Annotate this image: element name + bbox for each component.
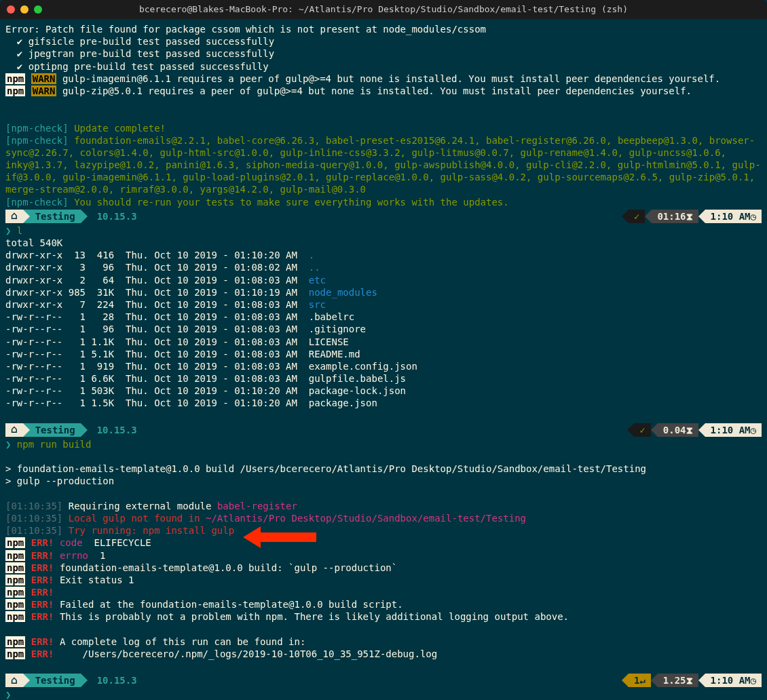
ls-row: -rw-r--r-- 1 503K Thu. Oct 10 2019 - 01:… — [5, 385, 762, 397]
err-log-2: npm ERR! /Users/bcerecero/.npm/_logs/201… — [5, 648, 762, 660]
clock-segment: 1:10 AM — [705, 210, 762, 223]
dir-segment: Testing — [30, 423, 81, 437]
ls-row: -rw-r--r-- 1 1.5K Thu. Oct 10 2019 - 01:… — [5, 397, 762, 409]
version-segment: 10.15.3 — [88, 210, 143, 223]
npm-err-line: npm ERR! Failed at the foundation-emails… — [5, 598, 762, 610]
powerline-prompt: Testing 10.15.3 0.04 1:10 AM — [5, 423, 762, 437]
titlebar: bcerecero@Blakes-MacBook-Pro: ~/Atlantis… — [0, 0, 767, 19]
window-title: bcerecero@Blakes-MacBook-Pro: ~/Atlantis… — [7, 4, 760, 16]
npm-check-pkgs: [npm-check] foundation-emails@2.2.1, bab… — [5, 134, 762, 196]
home-icon — [11, 423, 18, 437]
dir-segment: Testing — [30, 210, 81, 223]
ls-row: -rw-r--r-- 1 6.6K Thu. Oct 10 2019 - 01:… — [5, 372, 762, 385]
error-line: Error: Patch file found for package csso… — [5, 23, 762, 35]
npm-err-line: npm ERR! code ELIFECYCLE — [5, 537, 762, 549]
npm-err-line: npm ERR! foundation-emails-template@1.0.… — [5, 562, 762, 574]
clock-segment: 1:10 AM — [705, 423, 762, 437]
npm-warn-line: npm WARN gulp-imagemin@6.1.1 requires a … — [5, 73, 762, 85]
powerline-prompt: Testing 10.15.3 01:16 1:10 AM — [5, 210, 762, 223]
build-script-2: > gulp --production — [5, 475, 762, 487]
ls-row: -rw-r--r-- 1 96 Thu. Oct 10 2019 - 01:08… — [5, 323, 762, 335]
ls-row: -rw-r--r-- 1 5.1K Thu. Oct 10 2019 - 01:… — [5, 348, 762, 360]
traffic-lights — [7, 5, 42, 14]
clock-segment: 1:10 AM — [705, 674, 762, 687]
gulp-msg-3: [01:10:35] Try running: npm install gulp — [5, 524, 762, 537]
home-segment — [5, 210, 23, 223]
prompt-line[interactable]: ❯ npm run build — [5, 438, 762, 450]
ls-total: total 540K — [5, 237, 762, 249]
close-icon[interactable] — [7, 5, 15, 14]
hourglass-icon — [686, 674, 693, 686]
npm-warn-line: npm WARN gulp-zip@5.0.1 requires a peer … — [5, 85, 762, 97]
duration-segment: 1.25 — [658, 674, 698, 687]
hourglass-icon — [686, 424, 693, 436]
check-icon — [639, 424, 645, 436]
terminal-content[interactable]: Error: Patch file found for package csso… — [0, 19, 767, 700]
minimize-icon[interactable] — [20, 5, 29, 14]
npm-err-line: npm ERR! Exit status 1 — [5, 574, 762, 586]
home-icon — [11, 674, 18, 688]
gulp-msg-2: [01:10:35] Local gulp not found in ~/Atl… — [5, 512, 762, 524]
npm-err-line: npm ERR! This is probably not a problem … — [5, 610, 762, 623]
ls-row: drwxr-xr-x 13 416 Thu. Oct 10 2019 - 01:… — [5, 249, 762, 261]
dir-segment: Testing — [30, 674, 81, 687]
home-segment — [5, 674, 23, 687]
check-icon — [634, 210, 639, 222]
gulp-msg-1: [01:10:35] Requiring external module bab… — [5, 500, 762, 512]
err-log-1: npm ERR! A complete log of this run can … — [5, 636, 762, 648]
ls-row: -rw-r--r-- 1 919 Thu. Oct 10 2019 - 01:0… — [5, 360, 762, 372]
clock-icon — [751, 210, 756, 222]
duration-segment: 01:16 — [652, 210, 698, 223]
duration-segment: 0.04 — [658, 423, 698, 437]
hourglass-icon — [686, 210, 693, 222]
ls-row: -rw-r--r-- 1 1.1K Thu. Oct 10 2019 - 01:… — [5, 336, 762, 348]
ls-row: drwxr-xr-x 985 31K Thu. Oct 10 2019 - 01… — [5, 286, 762, 298]
ls-row: -rw-r--r-- 1 28 Thu. Oct 10 2019 - 01:08… — [5, 311, 762, 323]
build-script-1: > foundation-emails-template@1.0.0 build… — [5, 463, 762, 475]
ls-row: drwxr-xr-x 2 64 Thu. Oct 10 2019 - 01:08… — [5, 274, 762, 286]
home-icon — [11, 209, 18, 223]
version-segment: 10.15.3 — [88, 674, 143, 687]
prebuild-line: ✔ jpegtran pre-build test passed success… — [5, 47, 762, 60]
prompt-line[interactable]: ❯ — [5, 688, 762, 700]
prebuild-line: ✔ gifsicle pre-build test passed success… — [5, 35, 762, 47]
prebuild-line: ✔ optipng pre-build test passed successf… — [5, 60, 762, 73]
exit-code: 1 — [629, 674, 651, 687]
maximize-icon[interactable] — [34, 5, 42, 14]
home-segment — [5, 423, 23, 437]
ls-row: drwxr-xr-x 7 224 Thu. Oct 10 2019 - 01:0… — [5, 298, 762, 311]
prompt-line[interactable]: ❯ l — [5, 225, 762, 237]
version-segment: 10.15.3 — [88, 423, 143, 437]
powerline-prompt: Testing 10.15.3 1 1.25 1:10 AM — [5, 674, 762, 687]
npm-err-line: npm ERR! — [5, 586, 762, 598]
npm-err-line: npm ERR! errno 1 — [5, 549, 762, 562]
npm-check-complete: [npm-check] Update complete! — [5, 122, 762, 134]
return-icon — [639, 674, 645, 686]
clock-icon — [751, 674, 756, 686]
ls-row: drwxr-xr-x 3 96 Thu. Oct 10 2019 - 01:08… — [5, 261, 762, 273]
clock-icon — [751, 424, 756, 436]
npm-check-tests: [npm-check] You should re-run your tests… — [5, 196, 762, 208]
